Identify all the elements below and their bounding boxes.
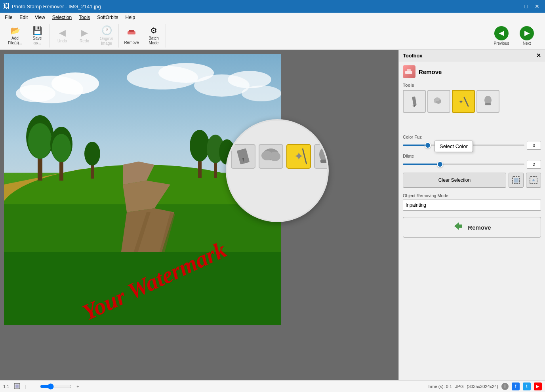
remove-action-icon <box>453 221 464 234</box>
color-fuz-fill <box>403 145 427 146</box>
format-display: JPG <box>455 384 463 389</box>
menu-tools[interactable]: Tools <box>76 14 93 21</box>
menu-view[interactable]: View <box>32 14 48 21</box>
svg-point-25 <box>52 134 71 162</box>
svg-rect-50 <box>407 69 411 71</box>
maximize-button[interactable]: □ <box>521 2 531 11</box>
save-as-button[interactable]: 💾 Saveas... <box>27 25 48 47</box>
menu-help[interactable]: Help <box>122 14 139 21</box>
clear-selection-button[interactable]: Clear Selection <box>403 173 506 188</box>
redo-button[interactable]: ▶ Redo <box>74 25 95 47</box>
dilate-slider-container: 2 <box>403 160 541 169</box>
remove-toolbar-label: Remove <box>124 40 139 45</box>
minimize-button[interactable]: — <box>510 2 520 11</box>
dropdown-row: Inpainting Content-Aware Fill Texture Sy… <box>403 200 541 211</box>
svg-rect-51 <box>412 96 417 105</box>
original-image-label: OriginalImage <box>100 36 113 46</box>
svg-point-56 <box>435 97 440 101</box>
batch-mode-button[interactable]: ⚙ BatchMode <box>143 25 164 47</box>
object-removing-mode-label: Object Removing Mode <box>403 193 541 198</box>
next-button[interactable]: ▶ Next <box>515 24 539 48</box>
batch-mode-label: BatchMode <box>149 36 159 46</box>
original-image-button[interactable]: 🕐 OriginalImage <box>96 25 117 47</box>
undo-label: Undo <box>57 39 67 44</box>
dilate-value[interactable]: 2 <box>527 160 541 169</box>
image-container: Your Watermark <box>4 54 281 325</box>
svg-point-22 <box>28 123 52 159</box>
dilate-label: Dilate <box>403 154 541 158</box>
remove-section-title: Remove <box>419 69 442 75</box>
clear-selection-label: Clear Selection <box>438 177 471 183</box>
dilate-thumb[interactable] <box>437 161 443 167</box>
title-bar: 🖼 Photo Stamp Remover - IMG_2141.jpg — □… <box>0 0 545 13</box>
time-display: Time (s): 0.1 <box>428 384 452 389</box>
title-left: 🖼 Photo Stamp Remover - IMG_2141.jpg <box>3 3 101 10</box>
toolbox-title: Toolbox <box>403 53 423 59</box>
dilate-track[interactable] <box>403 164 524 165</box>
app-icon: 🖼 <box>3 3 10 10</box>
facebook-button[interactable]: f <box>512 382 520 390</box>
stamp-tool-button[interactable] <box>476 90 499 113</box>
svg-point-10 <box>242 86 281 101</box>
svg-rect-43 <box>287 145 311 168</box>
menu-bar: File Edit View Selection Tools SoftOrbit… <box>0 13 545 22</box>
magic-wand-tool-button[interactable] <box>427 90 450 113</box>
zoom-slider[interactable] <box>40 383 72 390</box>
menu-softorbits[interactable]: SoftOrbits <box>94 14 121 21</box>
mode-dropdown[interactable]: Inpainting Content-Aware Fill Texture Sy… <box>403 200 541 211</box>
status-bar: 1:1 | — + Time (s): 0.1 JPG (3035x3024x2… <box>0 380 545 392</box>
remove-action-button[interactable]: Remove <box>403 217 541 238</box>
toolbar-group-remove: Remove ⚙ BatchMode <box>120 24 166 48</box>
next-label: Next <box>523 41 531 46</box>
load-selection-button[interactable] <box>526 173 541 188</box>
menu-file[interactable]: File <box>2 14 15 21</box>
svg-marker-65 <box>454 222 462 230</box>
undo-icon: ◀ <box>59 28 66 38</box>
add-files-icon: 📂 <box>10 26 20 35</box>
zoom-out-button[interactable]: — <box>31 384 35 389</box>
original-image-icon: 🕐 <box>101 25 112 36</box>
svg-point-5 <box>16 85 55 102</box>
add-files-label: Add File(s)... <box>6 36 24 46</box>
window-title: Photo Stamp Remover - IMG_2141.jpg <box>12 4 101 10</box>
toolbox-close-button[interactable]: ✕ <box>536 52 541 59</box>
svg-rect-49 <box>405 71 412 74</box>
youtube-button[interactable]: ▶ <box>534 382 542 390</box>
canvas-area[interactable]: Your Watermark ✦ <box>0 50 398 380</box>
fit-icon[interactable] <box>14 383 20 390</box>
menu-selection[interactable]: Selection <box>49 14 75 21</box>
remove-section-icon <box>403 65 415 78</box>
svg-rect-67 <box>15 384 19 388</box>
svg-rect-46 <box>314 145 329 168</box>
toolbox-header: Toolbox ✕ <box>399 50 545 61</box>
color-fuz-thumb[interactable] <box>425 142 431 148</box>
previous-button[interactable]: ◀ Previous <box>490 24 513 48</box>
remove-icon <box>126 27 137 40</box>
star-wand-tool-button[interactable]: ✦ <box>452 90 475 113</box>
color-fuz-value[interactable]: 0 <box>527 141 541 150</box>
zoom-in-button[interactable]: + <box>76 384 79 389</box>
svg-line-45 <box>303 148 307 164</box>
undo-button[interactable]: ◀ Undo <box>52 25 72 47</box>
svg-rect-62 <box>514 178 518 183</box>
remove-toolbar-button[interactable]: Remove <box>121 25 142 47</box>
svg-point-33 <box>84 142 100 166</box>
save-selection-button[interactable] <box>509 173 524 188</box>
toolbar-group-edit: ◀ Undo ▶ Redo 🕐 OriginalImage <box>50 24 119 48</box>
title-controls: — □ ✕ <box>510 2 542 11</box>
pencil-tool-button[interactable] <box>403 90 426 113</box>
twitter-button[interactable]: t <box>523 382 531 390</box>
svg-point-4 <box>51 72 99 95</box>
action-buttons-row: Clear Selection <box>403 173 541 188</box>
save-as-icon: 💾 <box>32 26 42 35</box>
nav-area: ◀ Previous ▶ Next <box>490 24 542 48</box>
svg-point-47 <box>319 147 329 162</box>
svg-marker-64 <box>532 179 535 181</box>
svg-marker-52 <box>412 105 417 107</box>
close-button[interactable]: ✕ <box>532 2 542 11</box>
add-files-button[interactable]: 📂 Add File(s)... <box>5 25 25 47</box>
landscape-image: Your Watermark <box>4 54 281 325</box>
menu-edit[interactable]: Edit <box>16 14 31 21</box>
svg-point-27 <box>190 130 210 162</box>
info-button[interactable]: i <box>501 383 509 390</box>
